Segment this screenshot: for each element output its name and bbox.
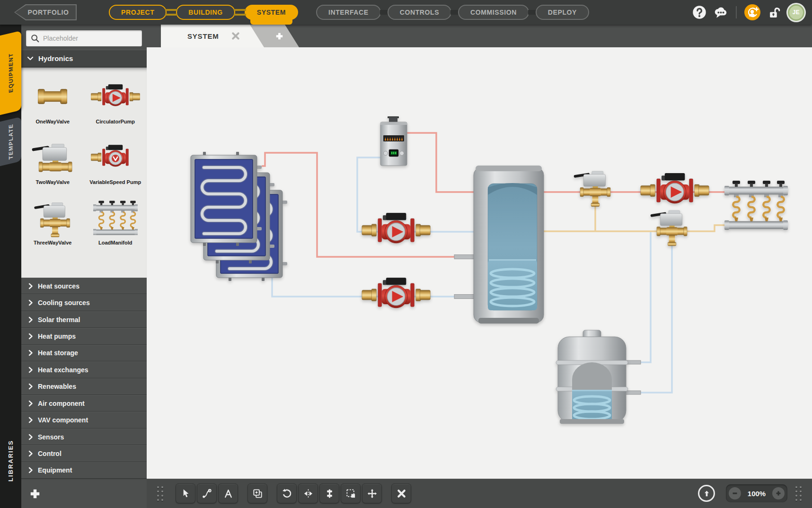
section-commission[interactable]: COMMISSION (458, 5, 529, 20)
toolbar-drag-handle-right[interactable] (795, 486, 802, 501)
text-icon (223, 488, 234, 499)
minus-icon (732, 490, 738, 497)
tool-marquee-select-button[interactable] (341, 483, 361, 503)
storage-tank[interactable] (556, 330, 628, 424)
lock-button[interactable] (767, 5, 782, 20)
topbar: PORTFOLIO PROJECT BUILDING SYSTEM INTERF… (0, 0, 812, 25)
tool-pipe-union-button[interactable] (319, 483, 339, 503)
two-way-valve-icon (32, 139, 73, 175)
category-row[interactable]: Cooling sources (21, 294, 147, 311)
zoom-in-button[interactable] (772, 487, 785, 499)
system-schematic (147, 47, 812, 479)
chevron-right-icon (28, 400, 33, 407)
connector-icon (202, 488, 212, 499)
group-header-hydronics[interactable]: Hydronics (21, 50, 147, 67)
category-row[interactable]: Heat sources (21, 278, 147, 294)
three-way-valve-2[interactable] (650, 210, 687, 245)
chevron-right-icon (28, 350, 33, 356)
search-input[interactable] (43, 30, 138, 46)
search-box[interactable] (26, 30, 142, 46)
chevron-right-icon (28, 316, 33, 323)
category-row[interactable]: Renewables (21, 378, 147, 395)
section-deploy[interactable]: DEPLOY (536, 5, 589, 20)
help-icon (692, 5, 706, 19)
close-tab-icon[interactable] (232, 32, 239, 40)
circulator-pump-load[interactable] (641, 173, 709, 203)
pipe-load-return (543, 225, 725, 231)
palette-item-circulatorpump[interactable]: CirculatorPump (86, 78, 145, 139)
left-rail: EQUIPMENT TEMPLATE LIBRARIES (0, 25, 21, 508)
share-user-button[interactable] (744, 4, 760, 20)
toolbar-drag-handle[interactable] (157, 486, 163, 501)
category-row[interactable]: Air component (21, 395, 147, 412)
palette-item-variablespeedpump[interactable]: VariableSpeed Pump (86, 139, 145, 199)
pipe-boiler-supply (407, 133, 475, 192)
tool-connector-button[interactable] (197, 483, 217, 503)
rail-tab-equipment[interactable]: EQUIPMENT (0, 31, 21, 115)
step-system[interactable]: SYSTEM (245, 5, 298, 20)
circulator-pump-solar[interactable] (362, 278, 431, 308)
step-project[interactable]: PROJECT (109, 5, 167, 20)
load-manifold[interactable] (724, 181, 788, 230)
category-row[interactable]: Heat storage (21, 345, 147, 361)
category-row[interactable]: VAV component (21, 412, 147, 428)
palette-item-onewayvalve[interactable]: OneWayValve (23, 78, 82, 139)
category-row[interactable]: Sensors (21, 429, 147, 445)
zoom-level: 100% (745, 490, 768, 498)
canvas-tabbar: SYSTEM (147, 25, 812, 47)
pipe-storage-cold-2 (627, 240, 672, 393)
tool-select-button[interactable] (176, 483, 195, 503)
tool-rotate-button[interactable] (277, 483, 297, 503)
portfolio-label: PORTFOLIO (22, 9, 69, 16)
pipe-storage-cold-1 (627, 231, 651, 362)
category-row[interactable]: Solar thermal (21, 311, 147, 328)
tool-duplicate-button[interactable] (247, 483, 267, 503)
chevron-right-icon (28, 467, 33, 473)
zoom-control: 100% (726, 484, 787, 502)
chevron-right-icon (28, 417, 33, 423)
chevron-right-icon (28, 383, 33, 390)
marquee-select-icon (345, 488, 356, 499)
category-row[interactable]: Heat exchanges (21, 361, 147, 378)
user-avatar[interactable]: JE (788, 4, 804, 21)
palette-item-threewayvalve[interactable]: ThreeWayValve (23, 199, 82, 260)
category-row[interactable]: Equipment (21, 462, 147, 479)
tool-delete-button[interactable] (391, 483, 411, 503)
category-row[interactable]: Heat pumps (21, 328, 147, 344)
solar-collector-1[interactable] (191, 152, 262, 246)
tool-move-button[interactable] (362, 483, 382, 503)
zoom-out-button[interactable] (729, 487, 741, 499)
help-button[interactable] (692, 5, 707, 20)
buffer-tank[interactable] (474, 166, 544, 324)
fit-view-button[interactable] (698, 485, 715, 502)
three-way-valve-1[interactable] (574, 171, 610, 206)
avatar-initials: JE (793, 9, 800, 16)
rail-tab-template[interactable]: TEMPLATE (0, 117, 21, 166)
pipe-solar-supply (262, 153, 474, 257)
section-interface[interactable]: INTERFACE (316, 5, 381, 20)
equipment-sidebar: Hydronics OneWayValve CirculatorPump Two… (21, 25, 147, 508)
feedback-button[interactable] (713, 5, 728, 20)
tool-flip-horizontal-button[interactable] (298, 483, 318, 503)
add-library-button[interactable] (29, 488, 41, 500)
tool-text-button[interactable] (218, 483, 238, 503)
step-building[interactable]: BUILDING (176, 5, 235, 20)
chevron-right-icon (28, 333, 33, 340)
boiler[interactable] (380, 116, 407, 166)
chevron-right-icon (28, 367, 33, 373)
circulator-pump-boiler[interactable] (362, 213, 431, 243)
equipment-palette: OneWayValve CirculatorPump TwoWayValve V… (21, 68, 147, 278)
section-controls[interactable]: CONTROLS (388, 5, 451, 20)
category-row[interactable]: Control (21, 445, 147, 462)
topbar-divider (736, 6, 737, 18)
plus-icon (275, 32, 284, 41)
palette-item-loadmanifold[interactable]: LoadManifold (86, 199, 145, 260)
search-icon (30, 34, 40, 43)
portfolio-button[interactable]: PORTFOLIO (14, 4, 77, 20)
canvas-toolbar: 100% (147, 479, 812, 508)
cursor-icon (180, 488, 191, 499)
palette-item-twowayvalve[interactable]: TwoWayValve (23, 139, 82, 199)
tab-system[interactable]: SYSTEM (161, 25, 264, 47)
schematic-canvas[interactable] (147, 47, 812, 479)
load-manifold-icon (93, 200, 138, 235)
